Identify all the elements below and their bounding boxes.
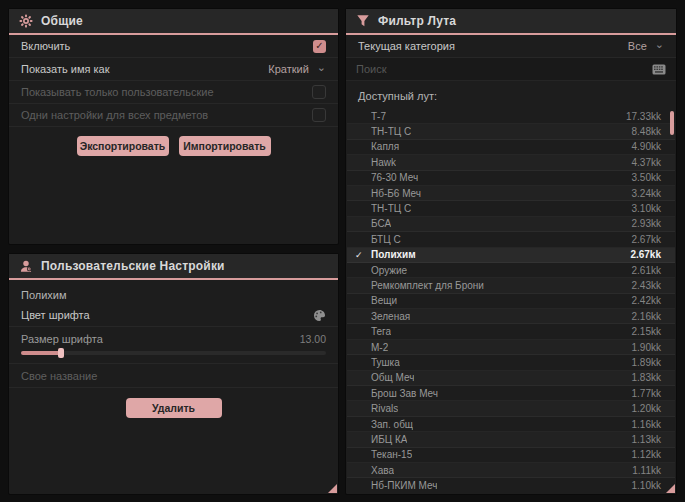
- enable-checkbox[interactable]: ✓: [313, 40, 326, 53]
- loot-item-row[interactable]: Текан-15 1.12kk: [347, 448, 675, 463]
- delete-button[interactable]: Удалить: [126, 398, 222, 418]
- general-header: Общие: [9, 9, 338, 35]
- loot-item-value: 1.12kk: [632, 449, 661, 460]
- export-button[interactable]: Экспортировать: [77, 136, 169, 156]
- font-size-slider[interactable]: [21, 351, 326, 355]
- loot-item-value: 2.93kk: [632, 218, 661, 229]
- palette-icon[interactable]: [313, 309, 326, 322]
- loot-item-value: 2.67kk: [630, 249, 661, 260]
- loot-item-row[interactable]: Оружие 2.61kk: [347, 263, 675, 278]
- loot-item-name: ТН-ТЦ С: [371, 203, 411, 214]
- scrollbar-thumb[interactable]: [670, 111, 674, 135]
- same-settings-row: Одни настройки для всех предметов: [9, 104, 338, 127]
- loot-item-name: Тушка: [371, 357, 400, 368]
- category-dropdown[interactable]: Все ⌄: [628, 40, 664, 52]
- loot-item-row[interactable]: ТН-ТЦ С 3.10kk: [347, 201, 675, 216]
- loot-filter-window: Фильтр Лута Текущая категория Все ⌄ Дост…: [345, 8, 677, 495]
- loot-item-row[interactable]: Нб-Б6 Меч 3.24kk: [347, 186, 675, 201]
- import-export-row: Экспортировать Импортировать: [9, 136, 338, 156]
- loot-item-value: 4.37kk: [632, 157, 661, 168]
- resize-grip[interactable]: [328, 484, 337, 493]
- loot-item-row[interactable]: Нб-ПКИМ Меч 1.10kk: [347, 478, 675, 492]
- loot-item-row[interactable]: Тега 2.15kk: [347, 324, 675, 339]
- loot-item-row[interactable]: Hawk 4.37kk: [347, 155, 675, 170]
- loot-item-value: 2.16kk: [632, 311, 661, 322]
- same-settings-checkbox[interactable]: [312, 108, 326, 122]
- loot-item-value: 4.90kk: [632, 141, 661, 152]
- slider-fill: [21, 351, 61, 355]
- loot-filter-title: Фильтр Лута: [378, 14, 456, 28]
- custom-name-input[interactable]: [9, 364, 338, 388]
- loot-item-name: Капля: [371, 141, 399, 152]
- loot-item-value: 1.89kk: [632, 357, 661, 368]
- loot-item-value: 1.77kk: [632, 388, 661, 399]
- import-button[interactable]: Импортировать: [179, 136, 271, 156]
- loot-item-row[interactable]: ИБЦ КА 1.13kk: [347, 432, 675, 447]
- loot-item-row[interactable]: БТЦ С 2.67kk: [347, 232, 675, 247]
- loot-item-name: Текан-15: [371, 449, 412, 460]
- loot-item-row[interactable]: ТН-ТЦ С 8.48kk: [347, 124, 675, 139]
- enable-label: Включить: [21, 40, 70, 52]
- gear-icon: [19, 14, 33, 28]
- keyboard-icon[interactable]: [652, 64, 666, 75]
- font-color-label: Цвет шрифта: [21, 309, 90, 321]
- only-custom-checkbox[interactable]: [312, 85, 326, 99]
- loot-item-name: Hawk: [371, 157, 396, 168]
- loot-item-row[interactable]: Тушка 1.89kk: [347, 355, 675, 370]
- loot-item-row[interactable]: Общ Меч 1.83kk: [347, 371, 675, 386]
- loot-item-row[interactable]: Брош Зав Меч 1.77kk: [347, 386, 675, 401]
- name-as-dropdown[interactable]: Краткий ⌄: [268, 63, 326, 75]
- font-size-label: Размер шрифта: [21, 333, 103, 345]
- loot-item-value: 2.61kk: [632, 265, 661, 276]
- resize-grip[interactable]: [666, 484, 675, 493]
- loot-item-name: 76-30 Меч: [371, 172, 418, 183]
- loot-item-row[interactable]: БСА 2.93kk: [347, 217, 675, 232]
- loot-item-name: Т-7: [371, 111, 386, 122]
- name-as-value: Краткий: [268, 63, 309, 75]
- loot-item-name: Полихим: [371, 249, 416, 260]
- loot-item-row[interactable]: Ремкомплект для Брони 2.43kk: [347, 278, 675, 293]
- loot-item-value: 1.20kk: [632, 403, 661, 414]
- loot-item-row[interactable]: М-2 1.90kk: [347, 340, 675, 355]
- search-input[interactable]: [356, 58, 652, 80]
- only-custom-label: Показывать только пользовательские: [21, 86, 214, 98]
- loot-item-row[interactable]: Капля 4.90kk: [347, 140, 675, 155]
- loot-item-value: 2.67kk: [632, 234, 661, 245]
- loot-filter-header: Фильтр Лута: [346, 9, 676, 35]
- font-size-value: 13.00: [300, 333, 326, 345]
- loot-item-name: Оружие: [371, 265, 407, 276]
- loot-item-name: Нб-Б6 Меч: [371, 188, 421, 199]
- loot-item-value: 1.13kk: [632, 434, 661, 445]
- custom-settings-header: Пользовательские Настройки: [9, 254, 338, 280]
- font-color-row: Цвет шрифта: [9, 304, 338, 327]
- chevron-down-icon: ⌄: [655, 39, 664, 50]
- loot-item-value: 8.48kk: [632, 126, 661, 137]
- loot-item-value: 1.10kk: [632, 480, 661, 491]
- loot-item-name: Общ Меч: [371, 372, 414, 383]
- loot-list: Т-7 17.33kk ТН-ТЦ С 8.48kk Капля 4.90kk …: [347, 109, 675, 492]
- category-value: Все: [628, 40, 647, 52]
- loot-item-row[interactable]: Зеленая 2.16kk: [347, 309, 675, 324]
- loot-item-row[interactable]: Т-7 17.33kk: [347, 109, 675, 124]
- name-as-label: Показать имя как: [21, 63, 110, 75]
- loot-item-value: 1.16kk: [632, 419, 661, 430]
- category-label: Текущая категория: [358, 40, 455, 52]
- loot-item-value: 2.15kk: [632, 326, 661, 337]
- chevron-down-icon: ⌄: [317, 62, 326, 73]
- loot-item-name: Тега: [371, 326, 391, 337]
- loot-item-row[interactable]: 76-30 Меч 3.50kk: [347, 171, 675, 186]
- loot-item-name: Брош Зав Меч: [371, 388, 438, 399]
- name-as-row: Показать имя как Краткий ⌄: [9, 58, 338, 81]
- loot-item-name: ТН-ТЦ С: [371, 126, 411, 137]
- loot-item-row[interactable]: Вещи 2.42kk: [347, 294, 675, 309]
- loot-item-value: 2.43kk: [632, 280, 661, 291]
- loot-item-row[interactable]: Rivals 1.20kk: [347, 401, 675, 416]
- custom-settings-window: Пользовательские Настройки Полихим Цвет …: [8, 253, 339, 495]
- loot-item-row[interactable]: Хава 1.11kk: [347, 463, 675, 478]
- check-icon: ✓: [355, 250, 363, 260]
- delete-row: Удалить: [9, 398, 338, 418]
- loot-item-row[interactable]: Зап. общ 1.16kk: [347, 417, 675, 432]
- slider-handle[interactable]: [58, 348, 64, 358]
- loot-item-row[interactable]: ✓ Полихим 2.67kk: [347, 248, 675, 263]
- funnel-icon: [356, 14, 370, 28]
